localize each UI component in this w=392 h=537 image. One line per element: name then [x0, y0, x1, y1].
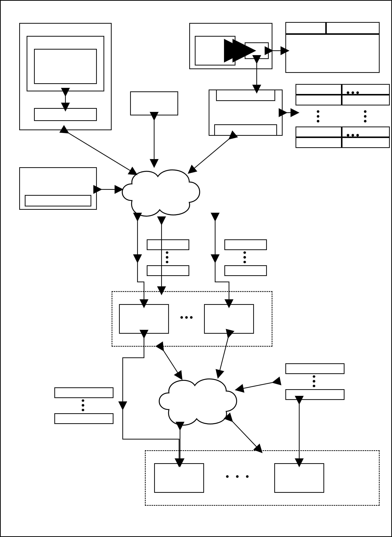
slice-name-y-1 — [295, 127, 342, 137]
ec-slice-y-x-mid — [224, 265, 267, 276]
dots-layer1 — [176, 316, 197, 319]
os-filename-32 — [326, 22, 380, 34]
dots-row-1 — [346, 91, 359, 94]
dots-col-2 — [364, 110, 367, 123]
dots-subr — [313, 375, 315, 387]
ec-slice-y-1-mid — [147, 265, 189, 276]
dots-subl — [82, 399, 84, 411]
dsnet-interface-40 — [34, 108, 97, 121]
diagram-page: /* fix: we can't re-run CSS per element;… — [0, 0, 392, 537]
dots-col-1 — [317, 110, 319, 123]
user-id-30 — [285, 22, 326, 34]
interface-24 — [245, 42, 269, 59]
svg-line-14 — [239, 382, 276, 389]
dots-row-2 — [346, 134, 359, 137]
ec-sub-slice-1-1-z — [285, 363, 345, 374]
ds-processing-module-38 — [34, 49, 97, 84]
network-cloud-2 — [152, 371, 241, 432]
ec-sub-slice-y-1-1 — [54, 413, 113, 424]
ec-sub-slice-1-1-1 — [54, 387, 113, 398]
ec-slice-y-1 — [295, 137, 342, 148]
dsnet-interface-28 — [214, 124, 277, 136]
dsnet-interface-42 — [25, 195, 91, 206]
dots-mid-l — [166, 251, 168, 263]
dots-mid-r — [243, 251, 246, 263]
ec-slice-1-1-mid — [147, 239, 189, 250]
ec-sub-slice-y-1-z — [285, 389, 345, 400]
dots-layer2 — [219, 475, 256, 478]
slice-name-1-1 — [295, 84, 342, 95]
ec-slice-1-x-mid — [224, 239, 267, 250]
data-object-34 — [285, 34, 380, 73]
ds-storage-unit-2-1 — [154, 463, 204, 493]
interface-26 — [216, 90, 275, 101]
ec-slice-1-1 — [295, 95, 342, 105]
ds-managing-unit-18 — [130, 91, 178, 115]
computing-core-22 — [195, 36, 235, 66]
network-cloud-1 — [115, 162, 204, 223]
ds-storage-unit-1-n — [204, 304, 254, 334]
ec-slice-y-x — [342, 137, 390, 148]
ds-storage-unit-2-n — [274, 463, 324, 493]
ec-slice-1-x — [342, 95, 390, 105]
ds-storage-unit-1-1 — [119, 304, 169, 334]
